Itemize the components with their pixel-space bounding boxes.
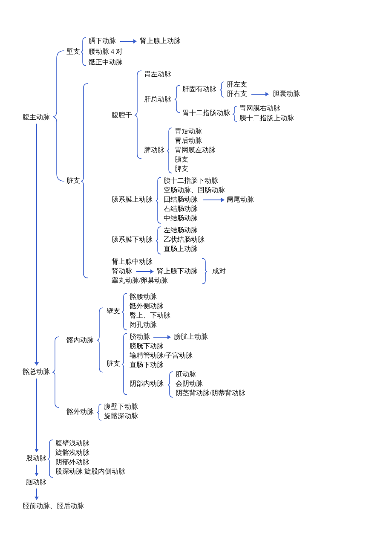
node-common-hepatic: 肝总动脉 bbox=[144, 95, 171, 103]
node-tibial: 胫前动脉、胫后动脉 bbox=[23, 502, 84, 510]
node-visceral: 脏支 bbox=[66, 176, 80, 185]
node-post-gastric: 胃后动脉 bbox=[175, 136, 202, 145]
brace-icon bbox=[122, 332, 128, 396]
node-popliteal: 腘动脉 bbox=[26, 478, 46, 486]
arrow-down-icon bbox=[36, 465, 37, 476]
node-median-sacral: 骶正中动脉 bbox=[89, 58, 123, 66]
brace-icon bbox=[81, 37, 87, 66]
node-inf-phrenic: 膈下动脉 bbox=[89, 37, 116, 45]
node-middle-colic: 中结肠动脉 bbox=[164, 214, 198, 222]
node-superf-epigastric: 腹壁浅动脉 bbox=[55, 439, 89, 447]
brace-icon bbox=[48, 439, 54, 478]
arrow-right-icon bbox=[136, 271, 153, 272]
brace-icon bbox=[156, 176, 162, 224]
node-splenic: 脾动脉 bbox=[144, 146, 164, 154]
node-obturator: 闭孔动脉 bbox=[130, 321, 157, 329]
node-perineal: 会阴动脉 bbox=[176, 379, 203, 387]
arrow-right-icon bbox=[120, 41, 136, 42]
node-sup-pancduo: 胰十二指肠上动脉 bbox=[239, 114, 294, 122]
brace-icon bbox=[97, 307, 104, 373]
node-inf-suprarenal: 肾上腺下动脉 bbox=[157, 267, 198, 275]
node-sup-vesical: 膀胱上动脉 bbox=[174, 332, 208, 341]
node-gluteal: 臀上、下动脉 bbox=[130, 311, 170, 319]
node-sma: 肠系膜上动脉 bbox=[112, 195, 153, 203]
node-umbilical: 脐动脉 bbox=[130, 332, 150, 341]
arrow-down-icon bbox=[36, 379, 37, 452]
node-parietal: 壁支 bbox=[66, 47, 80, 55]
node-abdominal-aorta: 腹主动脉 bbox=[23, 113, 50, 121]
arrow-right-icon bbox=[153, 337, 170, 338]
node-sup-rectal: 直肠上动脉 bbox=[164, 245, 198, 253]
node-dorsal-penis: 阴茎背动脉/阴蒂背动脉 bbox=[176, 389, 245, 397]
node-iliolumbar: 髂腰动脉 bbox=[130, 292, 157, 301]
brace-icon bbox=[167, 127, 173, 174]
brace-icon bbox=[52, 336, 60, 408]
brace-icon bbox=[52, 50, 65, 182]
node-left-colic: 左结肠动脉 bbox=[164, 226, 198, 234]
node-mid-suprarenal: 肾上腺中动脉 bbox=[112, 257, 153, 266]
brace-icon bbox=[201, 257, 207, 285]
node-deep-circumflex: 旋髂深动脉 bbox=[104, 412, 138, 420]
node-celiac: 腹腔干 bbox=[112, 111, 132, 119]
node-sigmoid: 乙状结肠动脉 bbox=[164, 235, 205, 243]
node-left-hepatic: 肝左支 bbox=[227, 80, 247, 88]
node-cystic: 胆囊动脉 bbox=[273, 90, 300, 98]
node-ext-pudendal: 阴部外动脉 bbox=[55, 458, 89, 466]
node-deferential: 输精管动脉/子宫动脉 bbox=[130, 351, 193, 359]
node-splenic-branch: 脾支 bbox=[175, 165, 188, 173]
node-deep-femoral: 股深动脉 旋股内侧动脉 bbox=[55, 467, 125, 475]
node-internal-iliac: 髂内动脉 bbox=[66, 336, 94, 344]
node-inf-pancduo: 胰十二指肠下动脉 bbox=[164, 176, 218, 185]
node-jej-ileal: 空肠动脉、回肠动脉 bbox=[164, 186, 225, 194]
node-superf-circumflex: 旋髂浅动脉 bbox=[55, 448, 89, 457]
brace-icon bbox=[233, 105, 238, 122]
node-parietal-iliac: 壁支 bbox=[107, 307, 120, 315]
node-anal: 肛动脉 bbox=[176, 370, 196, 378]
node-panc-branch: 胰支 bbox=[175, 155, 188, 163]
node-appendicular: 阑尾动脉 bbox=[227, 195, 254, 203]
brace-icon bbox=[122, 292, 128, 331]
brace-icon bbox=[156, 226, 162, 255]
node-femoral: 股动脉 bbox=[26, 454, 46, 462]
arrow-down-icon bbox=[36, 489, 37, 500]
brace-icon bbox=[168, 371, 174, 398]
brace-icon bbox=[97, 403, 102, 421]
node-ima: 肠系膜下动脉 bbox=[112, 235, 153, 243]
node-common-iliac: 髂总动脉 bbox=[23, 367, 50, 376]
arrow-right-icon bbox=[203, 199, 224, 200]
node-renal: 肾动脉 bbox=[112, 267, 132, 275]
node-ileocolic: 回结肠动脉 bbox=[164, 195, 198, 203]
node-gastroduodenal: 胃十二指肠动脉 bbox=[182, 109, 230, 117]
brace-icon bbox=[175, 84, 181, 113]
node-lumbar: 腰动脉 4 对 bbox=[89, 47, 123, 55]
node-left-gastric: 胃左动脉 bbox=[144, 70, 171, 78]
node-int-pudendal: 阴部内动脉 bbox=[130, 379, 164, 387]
node-right-colic: 右结肠动脉 bbox=[164, 205, 198, 213]
brace-icon bbox=[135, 70, 142, 159]
node-right-gastroepi: 胃网膜右动脉 bbox=[239, 104, 280, 112]
node-sup-suprarenal: 肾上腺上动脉 bbox=[140, 37, 181, 45]
arrow-down-icon bbox=[36, 124, 37, 365]
arrow-right-icon bbox=[251, 94, 268, 95]
node-inf-epigastric: 腹壁下动脉 bbox=[104, 402, 138, 410]
node-left-gastroepi: 胃网膜左动脉 bbox=[175, 146, 216, 154]
node-right-hepatic: 肝右支 bbox=[227, 90, 247, 98]
node-gonadal: 睾丸动脉/卵巢动脉 bbox=[112, 276, 168, 284]
node-lat-sacral: 骶外侧动脉 bbox=[130, 302, 164, 310]
node-paired: 成对 bbox=[212, 267, 226, 275]
brace-icon bbox=[81, 83, 89, 279]
node-inf-vesical: 膀胱下动脉 bbox=[130, 342, 164, 350]
brace-icon bbox=[220, 81, 225, 98]
node-visceral-iliac: 脏支 bbox=[107, 359, 120, 367]
node-short-gastric: 胃短动脉 bbox=[175, 127, 202, 135]
node-inf-rectal: 直肠下动脉 bbox=[130, 361, 164, 369]
node-hepatic-proper: 肝固有动脉 bbox=[182, 85, 216, 93]
node-external-iliac: 髂外动脉 bbox=[66, 408, 94, 416]
